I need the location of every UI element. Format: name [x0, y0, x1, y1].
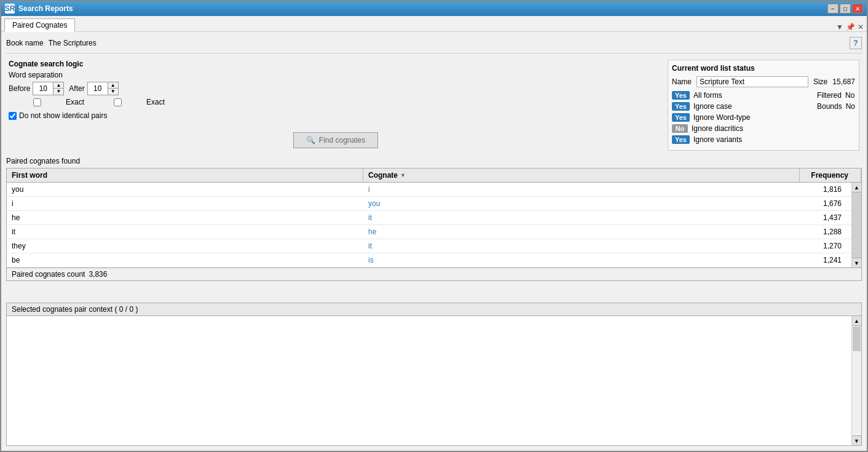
filtered-label: Filtered: [817, 91, 842, 100]
title-bar-left: SR Search Reports: [5, 4, 73, 14]
td-frequency-3: 1,288: [790, 225, 851, 239]
word-list-status: Current word list status Name Scripture …: [668, 60, 859, 151]
table-row[interactable]: it he 1,288: [7, 225, 851, 239]
context-scroll-down[interactable]: ▼: [852, 435, 861, 445]
book-name-value: The Scriptures: [49, 39, 97, 47]
td-first-word-2: he: [7, 211, 363, 224]
before-spinner-group: Before ▲ ▼: [9, 82, 64, 95]
table-row[interactable]: he it 1,437: [7, 211, 851, 225]
label-ignore-case: Ignore case: [693, 102, 812, 111]
td-frequency-0: 1,816: [790, 183, 851, 196]
td-cognate-1: you: [363, 197, 790, 210]
status-item-ignore-word-type: Yes Ignore Word-type: [672, 113, 812, 122]
status-items-list: Yes All forms Yes Ignore case Yes Ignore…: [672, 91, 812, 146]
table-body-container: you i 1,816 i you 1,676 he it 1,437: [7, 183, 861, 268]
status-name-label: Name: [672, 77, 692, 86]
table-row[interactable]: they it 1,270: [7, 239, 851, 253]
context-scroll-thumb: [853, 327, 861, 351]
word-separation-label: Word separation: [9, 71, 663, 79]
table-scrollbar[interactable]: ▲ ▼: [851, 183, 861, 268]
title-bar-buttons: − □ ✕: [827, 4, 863, 14]
after-input[interactable]: [88, 82, 108, 95]
window-title: Search Reports: [18, 4, 73, 13]
content-area: Book name The Scriptures ? Cognate searc…: [1, 32, 867, 451]
label-ignore-diacritics: Ignore diacritics: [692, 124, 812, 133]
after-label: After: [69, 84, 84, 93]
label-all-forms: All forms: [693, 91, 812, 100]
badge-ignore-diacritics: No: [672, 124, 688, 133]
context-scroll-up[interactable]: ▲: [852, 316, 861, 326]
count-row: Paired cognates count 3,836: [6, 268, 862, 281]
app-icon: SR: [5, 4, 15, 14]
tab-bar-controls: ▼ 📌 ✕: [836, 23, 864, 31]
filtered-bounds-column: Filtered No Bounds No: [817, 91, 855, 146]
exact-label-1: Exact: [66, 98, 84, 106]
context-body: ▲ ▼: [7, 316, 861, 445]
before-input[interactable]: [33, 82, 53, 95]
sort-icon[interactable]: ▼: [400, 172, 406, 178]
th-frequency: Frequency: [800, 169, 861, 182]
count-label: Paired cognates count: [12, 270, 85, 279]
find-button-label: Find cognates: [319, 136, 365, 145]
table-header: First word Cognate ▼ Frequency: [7, 169, 861, 183]
status-name-value: Scripture Text: [696, 76, 808, 87]
cognate-search-title: Cognate search logic: [9, 60, 663, 68]
find-cognates-button[interactable]: 🔍 Find cognates: [293, 132, 378, 148]
exact-group-1: Exact: [9, 98, 84, 106]
tab-paired-cognates[interactable]: Paired Cognates: [4, 18, 75, 32]
tab-close[interactable]: ✕: [858, 23, 864, 31]
context-scrollbar[interactable]: ▲ ▼: [851, 316, 861, 445]
after-decrement-button[interactable]: ▼: [108, 89, 118, 95]
th-first-word: First word: [7, 169, 363, 182]
status-items-and-right: Yes All forms Yes Ignore case Yes Ignore…: [672, 91, 855, 146]
scroll-thumb[interactable]: [852, 192, 861, 258]
table-row[interactable]: be is 1,241: [7, 253, 851, 268]
td-cognate-3: he: [363, 225, 790, 239]
table-body: you i 1,816 i you 1,676 he it 1,437: [7, 183, 851, 268]
close-button[interactable]: ✕: [852, 4, 863, 14]
filtered-row: Filtered No: [817, 91, 854, 100]
td-frequency-2: 1,437: [790, 211, 851, 224]
find-button-row: 🔍 Find cognates: [9, 132, 663, 148]
tab-arrow-down[interactable]: ▼: [836, 23, 843, 31]
after-spinner-buttons: ▲ ▼: [108, 82, 118, 95]
before-spinner: ▲ ▼: [33, 82, 64, 95]
badge-all-forms: Yes: [672, 91, 690, 100]
after-spinner-group: After ▲ ▼: [69, 82, 118, 95]
find-button-icon: 🔍: [306, 136, 315, 145]
scroll-down-button[interactable]: ▼: [852, 258, 861, 268]
help-button[interactable]: ?: [850, 37, 862, 49]
main-window: SR Search Reports − □ ✕ Paired Cognates …: [0, 0, 868, 452]
exact-label-2: Exact: [146, 98, 165, 106]
tab-pin[interactable]: 📌: [846, 23, 855, 31]
td-first-word-5: be: [7, 253, 363, 267]
scroll-up-button[interactable]: ▲: [852, 183, 861, 192]
status-item-ignore-case: Yes Ignore case: [672, 102, 812, 111]
td-first-word-3: it: [7, 225, 363, 239]
before-decrement-button[interactable]: ▼: [53, 89, 63, 95]
after-increment-button[interactable]: ▲: [108, 82, 118, 89]
book-name-row: Book name The Scriptures ?: [6, 37, 862, 54]
maximize-button[interactable]: □: [840, 4, 851, 14]
status-item-all-forms: Yes All forms: [672, 91, 812, 100]
do-not-show-checkbox[interactable]: [9, 112, 17, 120]
td-frequency-5: 1,241: [790, 253, 851, 267]
table-row[interactable]: you i 1,816: [7, 183, 851, 197]
minimize-button[interactable]: −: [827, 4, 838, 14]
title-bar: SR Search Reports − □ ✕: [1, 1, 867, 16]
td-cognate-0: i: [363, 183, 790, 196]
found-label: Paired cognates found: [6, 157, 862, 165]
exact-checkbox-1[interactable]: [33, 98, 41, 106]
exact-checkbox-2[interactable]: [114, 98, 122, 106]
exact-row: Exact Exact: [9, 98, 663, 106]
two-panel: Cognate search logic Word separation Bef…: [6, 57, 862, 153]
before-increment-button[interactable]: ▲: [53, 82, 63, 89]
results-table-container: First word Cognate ▼ Frequency you: [6, 168, 862, 268]
context-scroll-track: [852, 352, 861, 435]
filtered-value: No: [845, 91, 854, 100]
bounds-row: Bounds No: [817, 102, 855, 111]
status-name-row: Name Scripture Text Size 15,687: [672, 76, 855, 87]
before-spinner-buttons: ▲ ▼: [53, 82, 63, 95]
table-row[interactable]: i you 1,676: [7, 197, 851, 211]
bounds-label: Bounds: [817, 102, 842, 111]
